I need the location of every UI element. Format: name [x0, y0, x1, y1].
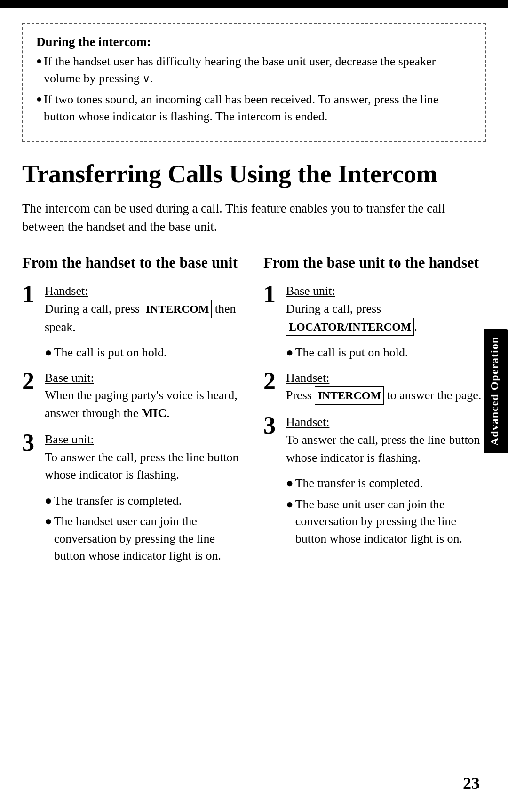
- right-bullet-join: ● The base unit user can join the conver…: [286, 496, 486, 547]
- right-step-2-content: Handset: Press INTERCOM to answer the pa…: [286, 369, 486, 405]
- bullet-icon: ●: [36, 54, 42, 67]
- intercom-key-left: INTERCOM: [143, 300, 212, 318]
- right-step-2-text: Press INTERCOM to answer the page.: [286, 388, 481, 402]
- left-bullet-join-text: The handset user can join the conversati…: [54, 513, 245, 564]
- right-step-1: 1 Base unit: During a call, press LOCATO…: [263, 282, 486, 336]
- right-bullet-hold: ● The call is put on hold.: [286, 344, 486, 361]
- right-step-2: 2 Handset: Press INTERCOM to answer the …: [263, 369, 486, 405]
- right-step-3-number: 3: [263, 413, 280, 438]
- notice-title: During the intercom:: [36, 35, 472, 49]
- left-step-1-label: Handset:: [45, 284, 88, 298]
- left-bullet-transfer: ● The transfer is completed.: [45, 492, 245, 509]
- right-step-1-label: Base unit:: [286, 284, 335, 298]
- right-col-title: From the base unit to the handset: [263, 253, 486, 272]
- right-step-1-number: 1: [263, 282, 280, 307]
- left-step-1-text: During a call, press INTERCOM then speak…: [45, 302, 236, 334]
- left-step-3-text: To answer the call, press the line butto…: [45, 450, 239, 482]
- bullet-dot-3: ●: [45, 513, 52, 530]
- main-title: Transferring Calls Using the Intercom: [22, 160, 486, 188]
- bullet-icon-2: ●: [36, 92, 42, 105]
- intercom-key-right: INTERCOM: [315, 386, 384, 405]
- right-bullet-dot: ●: [286, 344, 294, 361]
- top-bar: [0, 0, 508, 8]
- left-step-3-content: Base unit: To answer the call, press the…: [45, 431, 245, 484]
- left-bullet-transfer-text: The transfer is completed.: [54, 492, 182, 509]
- locator-key: LOCATOR/INTERCOM: [286, 318, 414, 336]
- right-bullet-transfer: ● The transfer is completed.: [286, 475, 486, 492]
- bullet-dot: ●: [45, 344, 52, 361]
- right-step-3-content: Handset: To answer the call, press the l…: [286, 413, 486, 466]
- page-content: During the intercom: ● If the handset us…: [0, 23, 508, 564]
- notice-item-text-2: If two tones sound, an incoming call has…: [44, 91, 472, 126]
- right-bullet-dot-3: ●: [286, 496, 294, 513]
- right-bullet-hold-text: The call is put on hold.: [295, 344, 408, 361]
- right-step-1-text: During a call, press LOCATOR/INTERCOM.: [286, 302, 417, 333]
- left-step-3-number: 3: [22, 431, 39, 455]
- notice-item-text-1: If the handset user has difficulty heari…: [44, 53, 472, 87]
- left-bullet-hold: ● The call is put on hold.: [45, 344, 245, 361]
- left-bullet-hold-text: The call is put on hold.: [54, 344, 167, 361]
- columns: From the handset to the base unit 1 Hand…: [22, 253, 486, 564]
- left-bullet-join: ● The handset user can join the conversa…: [45, 513, 245, 564]
- left-column: From the handset to the base unit 1 Hand…: [22, 253, 245, 564]
- right-step-2-label: Handset:: [286, 371, 329, 385]
- right-step-3: 3 Handset: To answer the call, press the…: [263, 413, 486, 466]
- notice-item-1: ● If the handset user has difficulty hea…: [36, 53, 472, 87]
- sidebar-label: Advanced Operation: [484, 329, 508, 453]
- left-col-title: From the handset to the base unit: [22, 253, 245, 272]
- right-bullet-join-text: The base unit user can join the conversa…: [295, 496, 486, 547]
- right-bullet-transfer-text: The transfer is completed.: [295, 475, 423, 492]
- right-step-2-number: 2: [263, 369, 280, 394]
- left-step-1-number: 1: [22, 282, 39, 307]
- bullet-dot-2: ●: [45, 492, 52, 509]
- left-step-1-content: Handset: During a call, press INTERCOM t…: [45, 282, 245, 336]
- right-step-3-text: To answer the call, press the line butto…: [286, 433, 480, 465]
- left-step-1: 1 Handset: During a call, press INTERCOM…: [22, 282, 245, 336]
- left-step-2-text: When the paging party's voice is heard, …: [45, 388, 238, 420]
- left-step-2: 2 Base unit: When the paging party's voi…: [22, 369, 245, 422]
- intro-text: The intercom can be used during a call. …: [22, 199, 486, 236]
- right-step-3-label: Handset:: [286, 415, 329, 429]
- left-step-2-label: Base unit:: [45, 371, 94, 385]
- page-number: 23: [463, 773, 480, 793]
- left-step-3: 3 Base unit: To answer the call, press t…: [22, 431, 245, 484]
- left-step-2-number: 2: [22, 369, 39, 394]
- right-column: From the base unit to the handset 1 Base…: [263, 253, 486, 564]
- notice-item-2: ● If two tones sound, an incoming call h…: [36, 91, 472, 126]
- notice-box: During the intercom: ● If the handset us…: [22, 23, 486, 142]
- right-bullet-dot-2: ●: [286, 475, 294, 492]
- left-step-3-label: Base unit:: [45, 433, 94, 446]
- left-step-2-content: Base unit: When the paging party's voice…: [45, 369, 245, 422]
- right-step-1-content: Base unit: During a call, press LOCATOR/…: [286, 282, 486, 336]
